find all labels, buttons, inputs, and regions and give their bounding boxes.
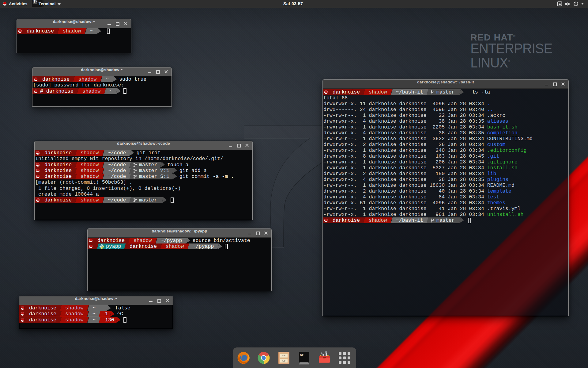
- svg-text:$>: $>: [300, 354, 303, 357]
